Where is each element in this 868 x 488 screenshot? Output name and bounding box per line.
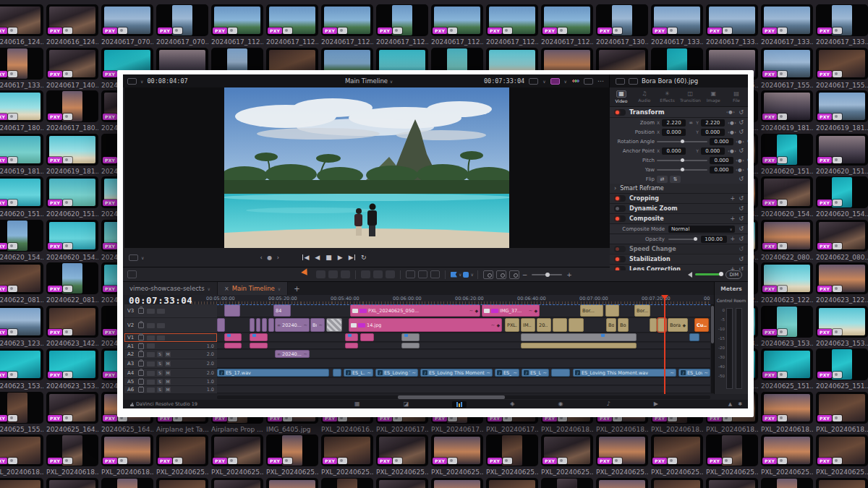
timeline-tab-main-timeline[interactable]: ×Main Timeline∨ (218, 282, 288, 295)
page-deliver-icon[interactable]: ▶ (654, 401, 658, 407)
timeline-clip[interactable] (224, 343, 242, 348)
razor-tool-icon[interactable] (341, 270, 350, 278)
media-thumbnail[interactable]: PXY20240625_155... (0, 392, 43, 433)
media-thumbnail[interactable]: PXY20240617_112... (211, 4, 263, 46)
value-field[interactable]: 100.00 (701, 236, 727, 243)
timeline-clip[interactable]: ♪ES_L...~ (495, 369, 519, 377)
mute-button[interactable]: M (165, 361, 171, 367)
media-thumbnail[interactable]: PXYPXL_20240625... (651, 435, 703, 476)
timeline-clip[interactable]: ♪ES_Lovi...~ (678, 369, 710, 377)
timeline-clip[interactable]: PXL_20240625_050...~◆ (350, 304, 480, 317)
page-fairlight-icon[interactable]: ♪ (607, 401, 610, 407)
media-thumbnail[interactable]: PXY20240617_133... (706, 4, 758, 46)
solo-button[interactable]: S (157, 351, 163, 357)
go-to-end-button[interactable]: ▶ (349, 254, 355, 261)
keyframe-nav[interactable]: ‹●› (728, 148, 736, 154)
media-thumbnail[interactable]: PXY20240623_153... (0, 348, 43, 390)
media-thumbnail[interactable]: PXY20240619_181... (816, 90, 868, 132)
tab-audio[interactable]: ♫Audio (634, 91, 655, 103)
mute-button[interactable]: M (165, 379, 171, 385)
tab-video[interactable]: ▦Video (610, 90, 632, 103)
media-thumbnail[interactable]: PXYPXL_20240625... (706, 435, 758, 476)
slider[interactable] (657, 160, 707, 161)
track-header-a5[interactable]: A5SM1.0 (124, 378, 217, 385)
media-thumbnail[interactable]: PXY20240617_155... (761, 48, 813, 89)
timeline-clip[interactable] (650, 318, 657, 332)
timeline-clip[interactable] (401, 343, 420, 348)
media-thumbnail[interactable]: PXY20240617_155... (816, 48, 868, 89)
timeline-clip[interactable]: Bo.. (618, 318, 629, 332)
media-thumbnail[interactable]: PXYPXL_20240625... (376, 435, 428, 476)
media-thumbnail[interactable]: PXYPXL_20240618... (101, 435, 153, 476)
timeline-clip[interactable] (689, 333, 699, 341)
dual-viewer-icon[interactable] (584, 78, 593, 85)
tab-effects[interactable]: ✳Effects (657, 91, 678, 103)
retime-curve-icon[interactable] (406, 270, 415, 278)
loop-button[interactable]: ↻ (361, 254, 367, 261)
step-back-button[interactable]: ◀ (315, 254, 320, 261)
tab-image[interactable]: ▣Image (702, 91, 724, 103)
more-options-icon[interactable]: ⋯ (597, 77, 605, 85)
reset-icon[interactable]: ↺ (739, 236, 744, 242)
add-keyframe-icon[interactable]: + (731, 215, 736, 222)
reset-icon[interactable]: ↺ (739, 246, 744, 252)
chevron-down-icon[interactable]: ∨ (564, 79, 567, 84)
dim-button[interactable]: DIM (726, 270, 742, 279)
media-thumbnail[interactable]: PXYPXL_20240625... (211, 435, 263, 476)
media-thumbnail[interactable]: PXY (266, 478, 318, 488)
timeline-clip[interactable] (553, 318, 567, 332)
detail-zoom-icon[interactable] (496, 270, 506, 279)
mute-button[interactable]: M (165, 370, 171, 376)
track-header-v3[interactable]: V3 (124, 304, 217, 317)
solo-button[interactable]: S (157, 379, 163, 385)
media-thumbnail[interactable]: PXY20240617_070... (101, 4, 153, 46)
track-header-v2[interactable]: V2 (124, 318, 217, 333)
jog-control[interactable]: ‹ ● › (260, 254, 280, 261)
timeline-selector[interactable]: Main Timeline ∨ (304, 77, 434, 85)
timeline-clip[interactable]: Bor... (634, 304, 650, 317)
media-thumbnail[interactable]: PXY20240623_153... (816, 306, 868, 347)
page-color-icon[interactable]: ◉ (558, 401, 563, 407)
keyframe-nav[interactable]: ‹●› (728, 120, 736, 126)
reset-icon[interactable]: ↺ (739, 195, 744, 202)
link-icon[interactable]: ∞ (688, 120, 694, 126)
timeline-clip[interactable] (224, 304, 240, 317)
replace-clip-icon[interactable] (386, 270, 395, 278)
media-thumbnail[interactable]: PXY (541, 478, 593, 488)
value-field[interactable]: 2.220 (662, 119, 686, 127)
add-keyframe-icon[interactable]: + (731, 266, 736, 270)
timeline-clip[interactable]: ♪ES_17.wav (217, 369, 329, 377)
media-thumbnail[interactable]: PXY20240617_112... (376, 4, 428, 46)
timeline-clip[interactable]: 20.. (537, 318, 551, 332)
play-button[interactable]: ▶ (338, 254, 343, 261)
keyframe-nav[interactable]: ‹●› (726, 109, 735, 115)
track-header-a4[interactable]: A4SM2.0 (124, 369, 217, 377)
value-field[interactable]: 0.000 (701, 129, 725, 136)
media-thumbnail[interactable]: PXY20240625_151... (761, 348, 813, 390)
media-thumbnail[interactable]: PXY (706, 478, 758, 488)
slider[interactable] (657, 169, 707, 171)
flag-icon[interactable] (451, 272, 457, 278)
timeline-clip[interactable] (521, 343, 637, 348)
media-thumbnail[interactable]: PXY20240617_112... (321, 4, 373, 46)
timeline-clip[interactable]: Bo...~ (310, 318, 325, 332)
media-thumbnail[interactable]: PXY20240619_181... (46, 134, 98, 175)
media-thumbnail[interactable]: PXY (651, 478, 703, 488)
reset-icon[interactable]: ↺ (739, 266, 744, 270)
timeline-clip[interactable] (262, 318, 267, 332)
reset-icon[interactable]: ↺ (739, 226, 744, 232)
section-cropping[interactable]: Cropping+↺ (610, 194, 748, 204)
zoom-out-icon[interactable]: − (522, 271, 528, 278)
timeline-clip[interactable] (250, 333, 268, 341)
reset-icon[interactable]: ↺ (739, 129, 744, 135)
page-cut-icon[interactable]: ◪ (404, 401, 409, 407)
media-thumbnail[interactable]: PXYPXL_20240618... (0, 435, 43, 476)
media-thumbnail[interactable]: PXY20240623_122... (816, 262, 868, 304)
media-thumbnail[interactable]: PXY20240617_112... (486, 4, 538, 46)
timeline-clip[interactable] (360, 333, 374, 341)
selection-tool-icon[interactable] (301, 268, 312, 280)
timeline-clip[interactable] (217, 318, 225, 332)
track-header-v1[interactable]: V1 (124, 333, 217, 342)
media-thumbnail[interactable]: PXYPXL_20240625... (596, 435, 648, 476)
link-clips-icon[interactable] (418, 270, 427, 278)
